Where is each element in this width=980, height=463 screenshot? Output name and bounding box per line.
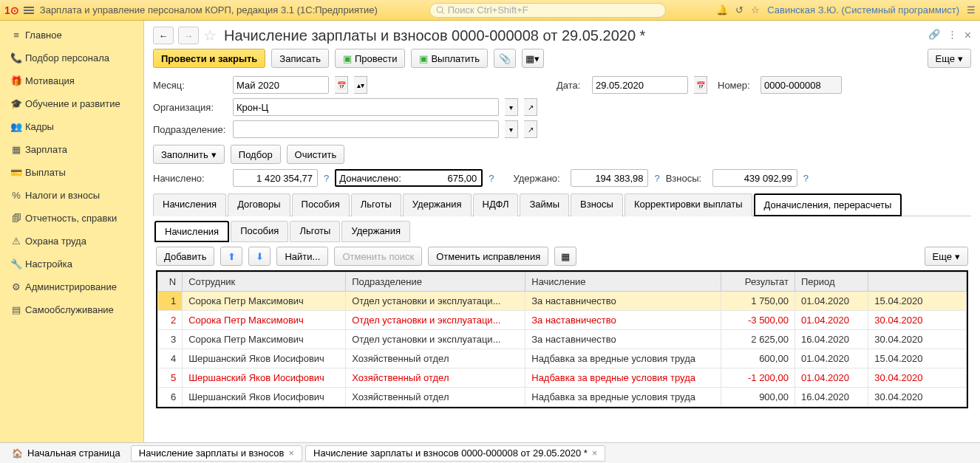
- table-row[interactable]: 6Шершанский Яков ИосифовичХозяйственный …: [158, 388, 967, 407]
- col-result[interactable]: Результат: [721, 272, 794, 292]
- main-tabs: НачисленияДоговорыПособияЛьготыУдержания…: [153, 193, 971, 216]
- attach-button[interactable]: 📎: [494, 49, 516, 68]
- calendar-icon[interactable]: 📅: [335, 76, 348, 94]
- tab[interactable]: Займы: [520, 193, 569, 216]
- open-icon[interactable]: ↗: [524, 120, 537, 138]
- col-dept[interactable]: Подразделение: [346, 272, 525, 292]
- col-employee[interactable]: Сотрудник: [183, 272, 346, 292]
- bell-icon[interactable]: 🔔: [716, 4, 728, 16]
- table-row[interactable]: 3Сорока Петр МаксимовичОтдел установки и…: [158, 330, 967, 349]
- date-label: Дата:: [557, 80, 586, 91]
- sidebar-label: Кадры: [25, 121, 54, 132]
- table-row[interactable]: 1Сорока Петр МаксимовичОтдел установки и…: [158, 292, 967, 311]
- tab[interactable]: Договоры: [228, 193, 290, 216]
- month-input[interactable]: Май 2020: [233, 76, 329, 94]
- sidebar-item[interactable]: 🗐Отчетность, справки: [0, 207, 143, 230]
- cancel-fix-button[interactable]: Отменить исправления: [428, 247, 548, 266]
- sidebar-item[interactable]: ⚠Охрана труда: [0, 230, 143, 253]
- more-button[interactable]: Еще ▾: [925, 247, 968, 266]
- save-button[interactable]: Записать: [271, 49, 329, 68]
- subtab[interactable]: Удержания: [341, 221, 410, 242]
- col-period2[interactable]: [868, 272, 967, 292]
- tab[interactable]: НДФЛ: [473, 193, 519, 216]
- subtab[interactable]: Льготы: [290, 221, 340, 242]
- select-button[interactable]: Подбор: [231, 145, 281, 164]
- open-icon[interactable]: ↗: [524, 98, 537, 116]
- help-icon[interactable]: ?: [654, 173, 659, 184]
- close-icon[interactable]: ×: [288, 447, 294, 459]
- sidebar-item[interactable]: ⚙Администрирование: [0, 275, 143, 298]
- clear-button[interactable]: Очистить: [287, 145, 345, 164]
- sidebar-item[interactable]: ▤Самообслуживание: [0, 298, 143, 321]
- help-icon[interactable]: ?: [803, 173, 809, 184]
- sidebar-item[interactable]: ≡Главное: [0, 24, 143, 47]
- subtab[interactable]: Пособия: [231, 221, 288, 242]
- forward-button[interactable]: →: [178, 27, 199, 44]
- extra-label: Доначислено:: [339, 173, 401, 184]
- svg-point-0: [437, 7, 443, 13]
- table-row[interactable]: 5Шершанский Яков ИосифовичХозяйственный …: [158, 368, 967, 388]
- tab[interactable]: Взносы: [571, 193, 623, 216]
- tab[interactable]: Корректировки выплаты: [625, 193, 752, 216]
- sidebar-label: Настройка: [25, 258, 72, 270]
- table-row[interactable]: 2Сорока Петр МаксимовичОтдел установки и…: [158, 311, 967, 330]
- sidebar-item[interactable]: 🎁Мотивация: [0, 69, 143, 92]
- top-bar: 1⊙ Зарплата и управление персоналом КОРП…: [0, 0, 980, 21]
- sidebar-icon: 💳: [7, 167, 25, 178]
- menu-icon[interactable]: [24, 7, 34, 14]
- sidebar-item[interactable]: %Налоги и взносы: [0, 184, 143, 207]
- tab[interactable]: Доначисления, перерасчеты: [754, 193, 902, 216]
- col-n[interactable]: N: [158, 272, 183, 292]
- table-row[interactable]: 4Шершанский Яков ИосифовичХозяйственный …: [158, 349, 967, 368]
- sidebar-item[interactable]: 🔧Настройка: [0, 253, 143, 275]
- help-icon[interactable]: ?: [324, 173, 329, 184]
- close-icon[interactable]: ×: [592, 447, 598, 459]
- search-input[interactable]: Поиск Ctrl+Shift+F: [429, 3, 666, 18]
- window-tab[interactable]: Начисление зарплаты и взносов×: [131, 445, 302, 462]
- subtab[interactable]: Начисления: [154, 221, 229, 242]
- sidebar-item[interactable]: 📞Подбор персонала: [0, 47, 143, 69]
- col-period[interactable]: Период: [794, 272, 868, 292]
- help-icon[interactable]: ?: [489, 173, 494, 184]
- user-name[interactable]: Савинская З.Ю. (Системный программист): [767, 4, 959, 16]
- spinner-icon[interactable]: ▴▾: [354, 76, 367, 94]
- close-icon[interactable]: ×: [964, 29, 971, 42]
- dropdown-icon[interactable]: ▾: [505, 120, 518, 138]
- post-and-close-button[interactable]: Провести и закрыть: [153, 49, 265, 68]
- history-icon[interactable]: ↺: [735, 4, 743, 16]
- settings-icon[interactable]: ☰: [967, 4, 976, 16]
- tab[interactable]: Пособия: [292, 193, 350, 216]
- home-tab[interactable]: 🏠 Начальная страница: [4, 445, 128, 462]
- fill-button[interactable]: Заполнить ▾: [153, 145, 225, 164]
- move-up-button[interactable]: ⬆: [220, 247, 242, 266]
- calendar-icon[interactable]: 📅: [694, 76, 707, 94]
- back-button[interactable]: ←: [153, 27, 174, 44]
- tab[interactable]: Льготы: [351, 193, 401, 216]
- more-button[interactable]: Еще ▾: [928, 49, 971, 68]
- star-icon[interactable]: ☆: [751, 4, 760, 16]
- tab[interactable]: Удержания: [403, 193, 472, 216]
- dept-input[interactable]: [233, 120, 499, 138]
- col-calc[interactable]: Начисление: [525, 272, 721, 292]
- pay-button[interactable]: ▣Выплатить: [411, 49, 488, 68]
- sidebar-item[interactable]: ▦Зарплата: [0, 138, 143, 161]
- sidebar-item[interactable]: 🎓Обучение и развитие: [0, 92, 143, 115]
- link-icon[interactable]: 🔗: [928, 29, 940, 42]
- month-label: Месяц:: [153, 80, 227, 91]
- sidebar-icon: 🎓: [7, 98, 25, 109]
- post-button[interactable]: ▣Провести: [335, 49, 406, 68]
- sidebar-item[interactable]: 👥Кадры: [0, 115, 143, 138]
- sidebar-item[interactable]: 💳Выплаты: [0, 161, 143, 184]
- report-button[interactable]: ▦▾: [522, 49, 544, 68]
- move-down-button[interactable]: ⬇: [248, 247, 270, 266]
- tab[interactable]: Начисления: [153, 193, 226, 216]
- add-button[interactable]: Добавить: [156, 247, 214, 266]
- dropdown-icon[interactable]: ▾: [505, 98, 518, 116]
- find-button[interactable]: Найти...: [276, 247, 328, 266]
- favorite-icon[interactable]: ☆: [203, 27, 217, 44]
- columns-button[interactable]: ▦: [554, 247, 576, 266]
- kebab-icon[interactable]: ⋮: [947, 29, 957, 42]
- date-input[interactable]: 29.05.2020: [592, 76, 688, 94]
- org-input[interactable]: Крон-Ц: [233, 98, 499, 116]
- window-tab-active[interactable]: Начисление зарплаты и взносов 0000-00000…: [305, 445, 605, 462]
